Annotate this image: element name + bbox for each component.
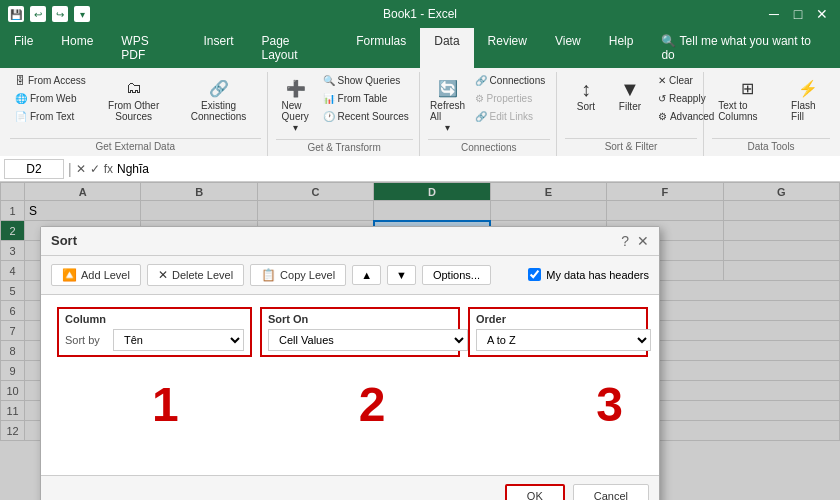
recent-sources-btn[interactable]: 🕐 Recent Sources [318,108,414,125]
flash-fill-icon: ⚡ [796,76,820,100]
other-sources-col: 🗂 From Other Sources [93,72,175,126]
advanced-icon: ⚙ [658,111,667,122]
tab-help[interactable]: Help [595,28,648,68]
tab-pagelayout[interactable]: Page Layout [248,28,343,68]
from-access-icon: 🗄 [15,75,25,86]
redo-icon[interactable]: ↪ [52,6,68,22]
get-transform-buttons: ➕ New Query ▾ 🔍 Show Queries 📊 From Tabl… [276,72,413,137]
order-section-box: Order A to Z Z to A Custom List... [468,307,648,357]
group-data-tools: ⊞ Text to Columns ⚡ Flash Fill Data Tool… [706,72,836,156]
close-btn[interactable]: ✕ [812,4,832,24]
edit-links-btn[interactable]: 🔗 Edit Links [470,108,551,125]
formula-input[interactable] [117,162,836,176]
text-to-columns-btn[interactable]: ⊞ Text to Columns [712,72,783,126]
clear-icon: ✕ [658,75,666,86]
sort-on-select[interactable]: Cell Values [268,329,468,351]
existing-connections-btn[interactable]: 🔗 Existing Connections [177,72,261,126]
reapply-icon: ↺ [658,93,666,104]
insert-function-icon[interactable]: fx [104,162,113,176]
new-query-btn[interactable]: ➕ New Query ▾ [276,72,316,137]
group-sort-filter: ↕ Sort ▼ Filter ✕ Clear ↺ Reapply ⚙ Adva… [559,72,704,156]
connections-details-col: 🔗 Connections ⚙ Properties 🔗 Edit Links [470,72,551,125]
data-tools-buttons: ⊞ Text to Columns ⚡ Flash Fill [712,72,830,136]
tab-file[interactable]: File [0,28,47,68]
properties-btn[interactable]: ⚙ Properties [470,90,551,107]
name-box[interactable] [4,159,64,179]
dialog-help-icon[interactable]: ? [621,233,629,249]
dialog-close-icon[interactable]: ✕ [637,233,649,249]
undo-icon[interactable]: ↩ [30,6,46,22]
from-table-btn[interactable]: 📊 From Table [318,90,414,107]
from-other-icon: 🗂 [122,76,146,100]
group-get-transform: ➕ New Query ▾ 🔍 Show Queries 📊 From Tabl… [270,72,420,156]
move-up-btn[interactable]: ▲ [352,265,381,285]
tab-review[interactable]: Review [474,28,541,68]
connections-btn[interactable]: 🔗 Connections [470,72,551,89]
sort-btn[interactable]: ↕ Sort [565,72,607,117]
number-1-section: 1 [57,381,274,429]
quick-access-toolbar: 💾 ↩ ↪ ▾ [8,6,90,22]
group-external-data: 🗄 From Access 🌐 From Web 📄 From Text 🗂 F… [4,72,268,156]
refresh-dropdown: ▾ [445,122,450,133]
save-icon[interactable]: 💾 [8,6,24,22]
sort-filter-buttons: ↕ Sort ▼ Filter ✕ Clear ↺ Reapply ⚙ Adva… [565,72,697,136]
connections-icon: 🔗 [475,75,487,86]
sort-filter-label: Sort & Filter [565,138,697,152]
from-web-btn[interactable]: 🌐 From Web [10,90,91,107]
qat-dropdown-icon[interactable]: ▾ [74,6,90,22]
minimize-btn[interactable]: ─ [764,4,784,24]
formula-bar-icons: ✕ ✓ fx [76,162,113,176]
headers-label: My data has headers [546,269,649,281]
from-text-btn[interactable]: 📄 From Text [10,108,91,125]
tab-data[interactable]: Data [420,28,473,68]
existing-col: 🔗 Existing Connections [177,72,261,126]
from-sources-col: 🗄 From Access 🌐 From Web 📄 From Text [10,72,91,125]
confirm-formula-icon[interactable]: ✓ [90,162,100,176]
from-other-sources-btn[interactable]: 🗂 From Other Sources [93,72,175,126]
tab-home[interactable]: Home [47,28,107,68]
filter-btn[interactable]: ▼ Filter [609,72,651,117]
tab-tellme[interactable]: 🔍 Tell me what you want to do [647,28,840,68]
delete-level-btn[interactable]: ✕ Delete Level [147,264,244,286]
sort-icon: ↕ [574,77,598,101]
show-queries-btn[interactable]: 🔍 Show Queries [318,72,414,89]
dialog-body: Column Sort by Tên Sort On [41,295,659,475]
cancel-button[interactable]: Cancel [573,484,649,501]
recent-sources-icon: 🕐 [323,111,335,122]
tab-view[interactable]: View [541,28,595,68]
tab-wpspdf[interactable]: WPS PDF [107,28,189,68]
dialog-title-bar: Sort ? ✕ [41,227,659,256]
title-bar: 💾 ↩ ↪ ▾ Book1 - Excel ─ □ ✕ [0,0,840,28]
add-level-btn[interactable]: 🔼 Add Level [51,264,141,286]
new-query-dropdown: ▾ [293,122,298,133]
order-select[interactable]: A to Z Z to A Custom List... [476,329,651,351]
headers-checkbox[interactable] [528,268,541,281]
from-text-icon: 📄 [15,111,27,122]
data-tools-label: Data Tools [712,138,830,152]
from-access-btn[interactable]: 🗄 From Access [10,72,91,89]
move-down-btn[interactable]: ▼ [387,265,416,285]
maximize-btn[interactable]: □ [788,4,808,24]
group-connections: 🔄 Refresh All ▾ 🔗 Connections ⚙ Properti… [422,72,557,156]
window-controls: ─ □ ✕ [764,4,832,24]
add-level-icon: 🔼 [62,268,77,282]
edit-links-icon: 🔗 [475,111,487,122]
column-section-box: Column Sort by Tên [57,307,252,357]
tab-formulas[interactable]: Formulas [342,28,420,68]
headers-checkbox-section: My data has headers [528,268,649,281]
flash-fill-btn[interactable]: ⚡ Flash Fill [785,72,830,126]
tab-insert[interactable]: Insert [189,28,247,68]
formula-bar: | ✕ ✓ fx [0,156,840,182]
new-query-icon: ➕ [284,76,308,100]
delete-level-icon: ✕ [158,268,168,282]
refresh-all-btn[interactable]: 🔄 Refresh All ▾ [428,72,468,137]
dialog-toolbar: 🔼 Add Level ✕ Delete Level 📋 Copy Level … [41,256,659,295]
from-web-icon: 🌐 [15,93,27,104]
sort-by-select[interactable]: Tên [113,329,244,351]
cancel-formula-icon[interactable]: ✕ [76,162,86,176]
options-btn[interactable]: Options... [422,265,491,285]
sort-dialog: Sort ? ✕ 🔼 Add Level ✕ Delete Level 📋 [40,226,660,501]
ok-button[interactable]: OK [505,484,565,501]
from-table-icon: 📊 [323,93,335,104]
copy-level-btn[interactable]: 📋 Copy Level [250,264,346,286]
